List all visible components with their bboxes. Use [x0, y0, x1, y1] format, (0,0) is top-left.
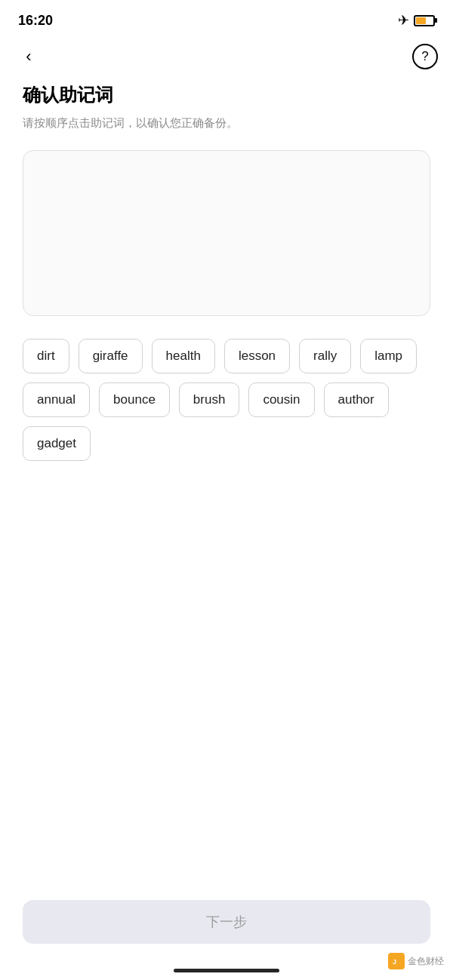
nav-bar: ‹ ?	[0, 38, 453, 75]
page-title: 确认助记词	[23, 83, 430, 107]
next-button[interactable]: 下一步	[23, 900, 430, 944]
word-chip-lamp[interactable]: lamp	[360, 339, 417, 373]
watermark-icon: J	[388, 953, 405, 969]
word-chip-gadget[interactable]: gadget	[23, 426, 91, 461]
battery-fill	[416, 17, 426, 24]
home-indicator	[174, 969, 279, 972]
word-chip-giraffe[interactable]: giraffe	[79, 339, 143, 373]
bottom-area: 下一步	[0, 900, 453, 944]
word-chip-brush[interactable]: brush	[179, 382, 240, 417]
word-chip-annual[interactable]: annual	[23, 382, 90, 417]
back-button[interactable]: ‹	[15, 43, 42, 70]
svg-text:J: J	[393, 958, 396, 966]
word-chip-dirt[interactable]: dirt	[23, 339, 69, 373]
words-container: dirtgiraffehealthlessonrallylampannualbo…	[0, 339, 453, 461]
status-time: 16:20	[18, 13, 53, 29]
word-chip-bounce[interactable]: bounce	[99, 382, 170, 417]
help-button[interactable]: ?	[412, 44, 438, 69]
status-bar: 16:20 ✈	[0, 0, 453, 38]
page-subtitle: 请按顺序点击助记词，以确认您正确备份。	[23, 115, 430, 132]
selection-area	[23, 150, 430, 316]
word-chip-health[interactable]: health	[152, 339, 215, 373]
watermark-text: 金色财经	[408, 955, 444, 968]
word-chip-author[interactable]: author	[324, 382, 389, 417]
word-chip-cousin[interactable]: cousin	[248, 382, 314, 417]
page-content: 确认助记词 请按顺序点击助记词，以确认您正确备份。	[0, 75, 453, 316]
watermark: J 金色财经	[388, 953, 444, 969]
status-icons: ✈	[398, 12, 435, 29]
word-chip-rally[interactable]: rally	[299, 339, 351, 373]
word-chip-lesson[interactable]: lesson	[224, 339, 290, 373]
battery-icon	[414, 15, 435, 26]
airplane-icon: ✈	[398, 12, 409, 29]
